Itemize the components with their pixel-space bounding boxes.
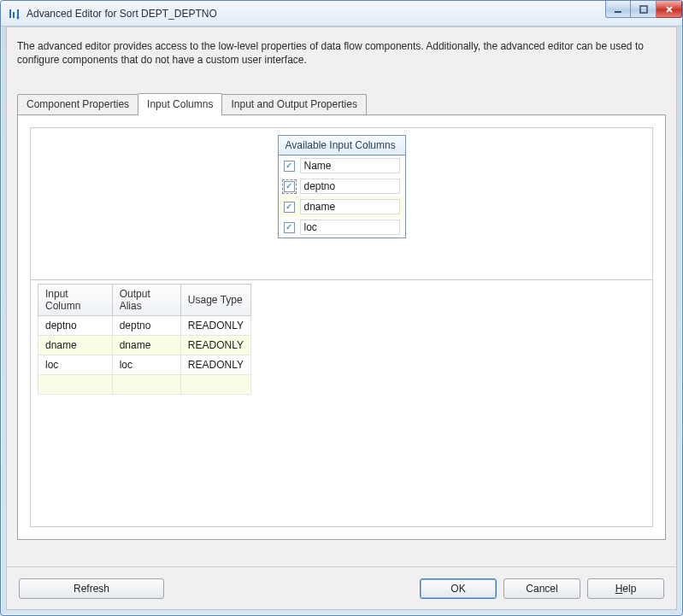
title-bar: Advanced Editor for Sort DEPT_DEPTNO [1,1,682,26]
client-area: The advanced editor provides access to t… [6,26,677,610]
tab-label: Input Columns [147,98,213,110]
window-title: Advanced Editor for Sort DEPT_DEPTNO [26,8,605,20]
dialog-window: Advanced Editor for Sort DEPT_DEPTNO The… [0,0,683,616]
help-button[interactable]: Help [587,578,664,599]
refresh-button[interactable]: Refresh [19,578,164,599]
io-table-row[interactable] [38,375,251,395]
cancel-button[interactable]: Cancel [503,578,580,599]
tab-panel-input-columns: Available Input Columns ✓Name✓deptno✓dna… [17,115,666,540]
available-columns-list: ✓Name✓deptno✓dname✓loc [279,155,405,238]
ok-button[interactable]: OK [420,578,497,599]
tab-input-and-output-properties[interactable]: Input and Output Properties [221,94,366,114]
io-table-cell[interactable]: deptno [38,316,113,336]
tab-strip: Component PropertiesInput ColumnsInput a… [17,92,666,115]
tab-label: Input and Output Properties [231,98,356,110]
io-table-row[interactable]: dnamednameREADONLY [38,336,251,355]
io-table-cell[interactable] [38,375,113,395]
svg-rect-0 [9,9,11,18]
io-table-cell[interactable]: loc [112,355,180,375]
checkbox[interactable]: ✓ [284,181,295,192]
available-column-label: loc [300,220,400,235]
tab-input-columns[interactable]: Input Columns [138,93,222,115]
available-column-row[interactable]: ✓dname [279,197,405,217]
tab-label: Component Properties [26,98,129,110]
available-column-label: dname [300,199,400,214]
available-columns-panel: Available Input Columns ✓Name✓deptno✓dna… [278,135,406,238]
io-table-cell[interactable]: dname [38,336,113,355]
maximize-button[interactable] [631,1,657,18]
available-columns-header: Available Input Columns [279,136,405,155]
available-column-row[interactable]: ✓Name [279,155,405,176]
io-table-cell[interactable]: dname [112,336,180,355]
io-table-area: Input ColumnOutput AliasUsage Type deptn… [31,279,652,526]
io-table-row[interactable]: loclocREADONLY [38,355,251,375]
minimize-button[interactable] [605,1,631,18]
available-column-row[interactable]: ✓deptno [279,176,405,197]
available-column-label: deptno [300,179,400,194]
panel-group: Available Input Columns ✓Name✓deptno✓dna… [30,127,653,527]
intro-text: The advanced editor provides access to t… [7,27,676,75]
checkbox[interactable]: ✓ [284,222,295,233]
available-column-label: Name [300,158,400,173]
io-table-cell[interactable]: READONLY [180,316,250,336]
io-table: Input ColumnOutput AliasUsage Type deptn… [38,284,251,395]
available-column-row[interactable]: ✓loc [279,217,405,238]
close-button[interactable] [657,1,682,18]
io-column-header[interactable]: Input Column [38,285,113,316]
tab-component-properties[interactable]: Component Properties [17,94,138,114]
io-table-cell[interactable]: READONLY [180,336,250,355]
io-column-header[interactable]: Output Alias [112,285,180,316]
io-column-header[interactable]: Usage Type [180,285,250,316]
io-table-cell[interactable] [112,375,180,395]
svg-rect-2 [615,11,621,13]
io-table-cell[interactable] [180,375,250,395]
io-table-cell[interactable]: loc [38,355,113,375]
checkbox[interactable]: ✓ [284,202,295,213]
checkbox[interactable]: ✓ [284,161,295,172]
window-controls [605,1,682,18]
svg-rect-3 [640,6,647,13]
svg-rect-1 [13,12,15,18]
io-table-cell[interactable]: deptno [112,316,180,336]
io-table-row[interactable]: deptnodeptnoREADONLY [38,316,251,336]
sort-icon [8,7,21,21]
bottom-button-bar: Refresh OK Cancel Help [7,566,676,609]
io-table-cell[interactable]: READONLY [180,355,250,375]
